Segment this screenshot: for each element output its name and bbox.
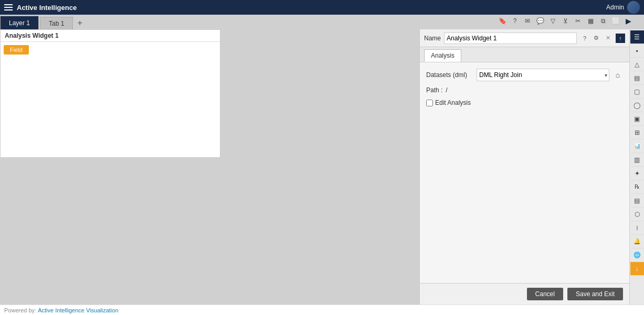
panel-up-icon[interactable]: ↑ xyxy=(616,34,625,43)
tools-icon[interactable]: ✂ xyxy=(573,16,583,26)
copy-icon[interactable]: ⧉ xyxy=(598,16,608,26)
header-right: Admin xyxy=(606,1,640,14)
sidebar-circle-icon[interactable]: ◯ xyxy=(630,99,644,112)
panel-settings-icon[interactable]: ⚙ xyxy=(592,34,601,43)
sidebar-report-icon[interactable]: ▤ xyxy=(630,71,644,85)
edit-analysis-row: Edit Analysis xyxy=(426,99,623,106)
path-row: Path : / xyxy=(426,86,623,94)
panel-help-icon[interactable]: ? xyxy=(580,34,589,43)
sidebar-rx-icon[interactable]: ℞ xyxy=(630,180,644,194)
play-icon[interactable]: ▶ xyxy=(623,16,634,26)
datasets-select[interactable]: DML Right Join xyxy=(477,69,609,81)
sidebar-grid2-icon[interactable]: ⊞ xyxy=(630,126,644,139)
widget-body: Field xyxy=(1,42,220,157)
name-label: Name xyxy=(424,35,441,42)
panel-tabs: Analysis xyxy=(420,47,629,62)
datasets-label: Datasets (dml) xyxy=(426,71,473,79)
datasets-select-wrap: DML Right Join ▾ xyxy=(477,69,609,81)
header-bar: Active Intelligence Admin xyxy=(0,0,644,15)
sidebar-doc2-icon[interactable]: ▤ xyxy=(630,194,644,208)
tab-tab1[interactable]: Tab 1 xyxy=(40,17,73,29)
header-left: Active Intelligence xyxy=(4,4,77,12)
powered-by-text: Powered by: xyxy=(4,307,36,313)
sidebar-doc-icon[interactable]: ▢ xyxy=(630,85,644,99)
screen-icon[interactable]: ⬜ xyxy=(610,16,621,26)
path-label: Path : xyxy=(426,86,442,94)
sidebar-bell-icon[interactable]: 🔔 xyxy=(630,235,644,248)
name-input[interactable] xyxy=(444,32,577,44)
sidebar-area-chart-icon[interactable]: △ xyxy=(630,58,644,71)
sidebar-file-icon[interactable]: ▥ xyxy=(630,153,644,167)
right-panel: Name ? ⚙ ✕ ↑ Analysis Datasets (dml) DML… xyxy=(419,29,629,305)
save-button[interactable]: Save and Exit xyxy=(567,288,623,300)
grid-icon[interactable]: ▦ xyxy=(585,16,596,26)
widget-title: Analysis Widget 1 xyxy=(5,32,59,39)
help-icon[interactable]: ? xyxy=(510,16,520,26)
email-icon[interactable]: ✉ xyxy=(522,16,533,26)
sidebar-down-icon[interactable]: ↓ xyxy=(630,262,644,276)
widget-container: Analysis Widget 1 Field xyxy=(0,29,220,158)
panel-content: Datasets (dml) DML Right Join ▾ ⌂ Path :… xyxy=(420,62,629,283)
edit-analysis-label: Edit Analysis xyxy=(435,99,471,106)
chat-icon[interactable]: 💬 xyxy=(535,16,545,26)
sidebar-image-icon[interactable]: ▣ xyxy=(630,112,644,126)
sidebar-bar-chart-icon[interactable]: ▪ xyxy=(630,44,644,58)
panel-footer: Cancel Save and Exit xyxy=(420,283,629,305)
filter-icon[interactable]: ▽ xyxy=(547,16,558,26)
tab-analysis[interactable]: Analysis xyxy=(424,49,461,62)
sidebar-network-icon[interactable]: ✦ xyxy=(630,167,644,180)
path-value: / xyxy=(446,86,447,94)
sidebar-icons: ☰ ▪ △ ▤ ▢ ◯ ▣ ⊞ 📊 ▥ ✦ ℞ ▤ ⬡ ⁞ 🔔 🌐 ↓ xyxy=(629,29,644,305)
hamburger-icon[interactable] xyxy=(4,4,13,10)
canvas-area: Analysis Widget 1 Field xyxy=(0,29,419,305)
tab-layer1[interactable]: Layer 1 xyxy=(0,16,39,29)
main-area: Analysis Widget 1 Field Name ? ⚙ ✕ ↑ Ana… xyxy=(0,29,644,305)
sidebar-barsmall-icon[interactable]: 📊 xyxy=(630,139,644,153)
footer-link[interactable]: Active Intelligence Visualization xyxy=(38,307,118,313)
tab-bar: Layer 1 Tab 1 + 🔖 ? ✉ 💬 ▽ ⊻ ✂ ▦ ⧉ ⬜ ▶ xyxy=(0,15,644,29)
home-icon[interactable]: ⌂ xyxy=(613,70,623,80)
sidebar-layers-icon[interactable]: ⬡ xyxy=(630,208,644,221)
widget-title-bar: Analysis Widget 1 xyxy=(1,30,220,42)
panel-header-icons: ? ⚙ ✕ xyxy=(580,34,613,43)
panel-header: Name ? ⚙ ✕ ↑ xyxy=(420,29,629,47)
bookmark-icon[interactable]: 🔖 xyxy=(497,16,508,26)
sidebar-list-icon[interactable]: ☰ xyxy=(630,30,644,44)
sidebar-apps-icon[interactable]: ⁞ xyxy=(630,221,644,235)
add-tab-button[interactable]: + xyxy=(74,17,85,29)
field-button[interactable]: Field xyxy=(4,45,29,55)
app-title: Active Intelligence xyxy=(17,4,77,12)
cancel-button[interactable]: Cancel xyxy=(527,288,563,300)
user-name: Admin xyxy=(606,4,624,11)
footer-bar: Powered by: Active Intelligence Visualiz… xyxy=(0,305,644,315)
sidebar-globe-icon[interactable]: 🌐 xyxy=(630,248,644,262)
avatar[interactable] xyxy=(627,1,640,14)
edit-analysis-checkbox[interactable] xyxy=(426,100,433,106)
panel-close-icon[interactable]: ✕ xyxy=(603,34,613,43)
datasets-row: Datasets (dml) DML Right Join ▾ ⌂ xyxy=(426,69,623,81)
toolbar-right: 🔖 ? ✉ 💬 ▽ ⊻ ✂ ▦ ⧉ ⬜ ▶ xyxy=(497,16,634,26)
funnel-icon[interactable]: ⊻ xyxy=(560,16,571,26)
